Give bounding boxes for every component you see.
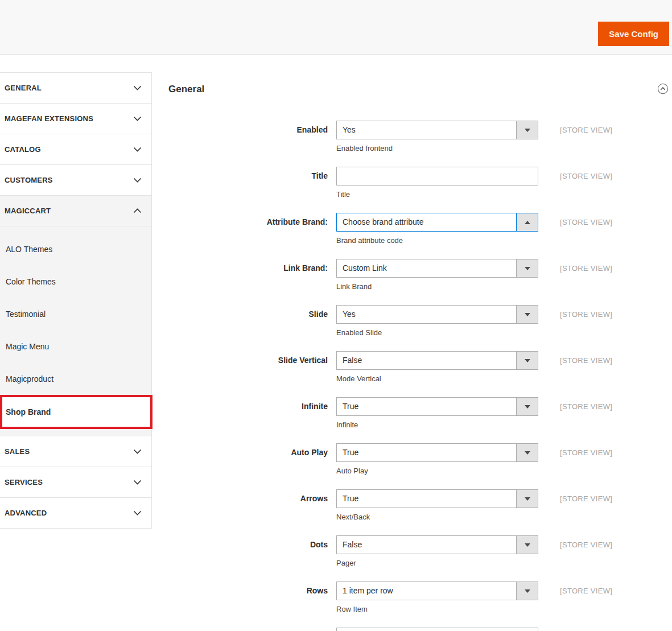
sidebar-item-testimonial[interactable]: Testimonial bbox=[0, 298, 151, 330]
field-helper: Enabled frontend bbox=[336, 143, 538, 154]
chevron-down-icon bbox=[133, 147, 142, 152]
store-view-scope: [STORE VIEW] bbox=[560, 121, 612, 139]
chevron-down-icon[interactable] bbox=[516, 444, 538, 461]
link-brand-select[interactable]: Custom Link bbox=[336, 259, 538, 278]
chevron-down-icon bbox=[133, 116, 142, 121]
text-input[interactable] bbox=[336, 628, 538, 631]
field-column: Custom LinkLink Brand bbox=[336, 259, 538, 292]
dots-select[interactable]: False bbox=[336, 535, 538, 554]
config-sidebar: GENERAL MAGEFAN EXTENSIONS CATALOG CUSTO… bbox=[0, 72, 152, 529]
field-row-slide: Slide YesEnabled Slide [STORE VIEW] bbox=[159, 305, 672, 338]
sidebar-item-magicproduct[interactable]: Magicproduct bbox=[0, 362, 151, 395]
chevron-down-icon[interactable] bbox=[516, 490, 538, 508]
field-row-link-brand: Link Brand: Custom LinkLink Brand [STORE… bbox=[159, 259, 672, 292]
chevron-up-icon[interactable] bbox=[516, 213, 538, 231]
attribute-brand-select[interactable]: Choose brand attribute bbox=[336, 213, 538, 232]
config-main-panel: General Enabled YesEnabled frontend [STO… bbox=[159, 55, 672, 631]
slide-select[interactable]: Yes bbox=[336, 305, 538, 324]
sidebar-item-label: Testimonial bbox=[6, 310, 46, 319]
select-value: Yes bbox=[337, 121, 516, 139]
select-value: True bbox=[337, 398, 516, 415]
form-field-row bbox=[159, 628, 672, 631]
field-column bbox=[336, 628, 538, 631]
sidebar-item-label: Shop Brand bbox=[6, 407, 51, 416]
store-view-scope: [STORE VIEW] bbox=[560, 167, 612, 185]
chevron-down-icon bbox=[133, 85, 142, 90]
field-column: TrueAuto Play bbox=[336, 443, 538, 476]
sidebar-section-sales[interactable]: SALES bbox=[0, 436, 151, 467]
sidebar-item-alo-themes[interactable]: ALO Themes bbox=[0, 233, 151, 265]
sidebar-section-general[interactable]: GENERAL bbox=[0, 73, 151, 104]
chevron-down-icon[interactable] bbox=[516, 259, 538, 277]
sidebar-section-label: GENERAL bbox=[5, 84, 42, 92]
field-helper: Title bbox=[336, 189, 538, 200]
sidebar-section-customers[interactable]: CUSTOMERS bbox=[0, 165, 151, 196]
sidebar-section-magiccart[interactable]: MAGICCART bbox=[0, 196, 151, 226]
chevron-down-icon[interactable] bbox=[516, 536, 538, 554]
field-row-slide-vertical: Slide Vertical FalseMode Vertical [STORE… bbox=[159, 351, 672, 384]
chevron-down-icon[interactable] bbox=[516, 352, 538, 369]
select-value: True bbox=[337, 490, 516, 508]
collapse-section-icon[interactable] bbox=[657, 83, 669, 94]
select-value: Custom Link bbox=[337, 259, 516, 277]
chevron-down-icon[interactable] bbox=[516, 582, 538, 600]
field-helper: Infinite bbox=[336, 420, 538, 430]
store-view-scope: [STORE VIEW] bbox=[560, 351, 612, 370]
chevron-down-icon[interactable] bbox=[516, 398, 538, 415]
sidebar-section-services[interactable]: SERVICES bbox=[0, 467, 151, 498]
field-label: Attribute Brand: bbox=[159, 213, 336, 232]
store-view-scope: [STORE VIEW] bbox=[560, 259, 612, 278]
field-label: Link Brand: bbox=[159, 259, 336, 278]
field-label: Auto Play bbox=[159, 443, 336, 462]
field-label: Infinite bbox=[159, 397, 336, 416]
field-column: YesEnabled Slide bbox=[336, 305, 538, 338]
sidebar-item-label: Magic Menu bbox=[6, 342, 49, 351]
sidebar-item-color-themes[interactable]: Color Themes bbox=[0, 265, 151, 298]
field-label: Enabled bbox=[159, 121, 336, 139]
chevron-down-icon[interactable] bbox=[516, 306, 538, 323]
sidebar-item-label: Color Themes bbox=[6, 277, 56, 286]
field-helper: Brand attribute code bbox=[336, 236, 538, 246]
sidebar-section-catalog[interactable]: CATALOG bbox=[0, 134, 151, 165]
field-label: Arrows bbox=[159, 489, 336, 508]
field-column: 1 item per rowRow Item bbox=[336, 581, 538, 614]
field-column: Title bbox=[336, 167, 538, 200]
sidebar-section-label: CUSTOMERS bbox=[5, 176, 53, 184]
sidebar-item-label: Magicproduct bbox=[6, 374, 53, 383]
sidebar-item-shop-brand[interactable]: Shop Brand bbox=[0, 395, 152, 429]
field-helper: Next/Back bbox=[336, 512, 538, 522]
field-row-auto-play: Auto Play TrueAuto Play [STORE VIEW] bbox=[159, 443, 672, 476]
store-view-scope: [STORE VIEW] bbox=[560, 443, 612, 462]
arrows-select[interactable]: True bbox=[336, 489, 538, 508]
sidebar-section-advanced[interactable]: ADVANCED bbox=[0, 498, 151, 529]
field-label: Dots bbox=[159, 535, 336, 554]
field-helper: Pager bbox=[336, 558, 538, 568]
sidebar-section-magefan-extensions[interactable]: MAGEFAN EXTENSIONS bbox=[0, 104, 151, 134]
select-value: Yes bbox=[337, 306, 516, 323]
field-helper: Row Item bbox=[336, 604, 538, 614]
auto-play-select[interactable]: True bbox=[336, 443, 538, 462]
field-column: YesEnabled frontend bbox=[336, 121, 538, 154]
field-helper: Enabled Slide bbox=[336, 328, 538, 338]
save-config-button[interactable]: Save Config bbox=[598, 22, 669, 46]
infinite-select[interactable]: True bbox=[336, 397, 538, 416]
enabled-select[interactable]: Yes bbox=[336, 121, 538, 139]
field-row-enabled: Enabled YesEnabled frontend [STORE VIEW] bbox=[159, 121, 672, 154]
field-label: Slide bbox=[159, 305, 336, 324]
field-column: TrueInfinite bbox=[336, 397, 538, 430]
sidebar-section-label: ADVANCED bbox=[5, 509, 47, 517]
select-value: True bbox=[337, 444, 516, 461]
select-value: False bbox=[337, 352, 516, 369]
store-view-scope: [STORE VIEW] bbox=[560, 213, 612, 232]
sidebar-item-label: ALO Themes bbox=[6, 245, 52, 254]
chevron-down-icon[interactable] bbox=[516, 121, 538, 139]
rows-select[interactable]: 1 item per row bbox=[336, 581, 538, 600]
sidebar-item-magic-menu[interactable]: Magic Menu bbox=[0, 330, 151, 362]
field-helper: Auto Play bbox=[336, 466, 538, 476]
slide-vertical-select[interactable]: False bbox=[336, 351, 538, 370]
title-text-input[interactable] bbox=[336, 167, 538, 185]
general-settings-form: Enabled YesEnabled frontend [STORE VIEW]… bbox=[159, 121, 672, 631]
field-column: FalseMode Vertical bbox=[336, 351, 538, 384]
chevron-down-icon bbox=[133, 480, 142, 485]
sidebar-section-label: MAGICCART bbox=[5, 207, 51, 215]
